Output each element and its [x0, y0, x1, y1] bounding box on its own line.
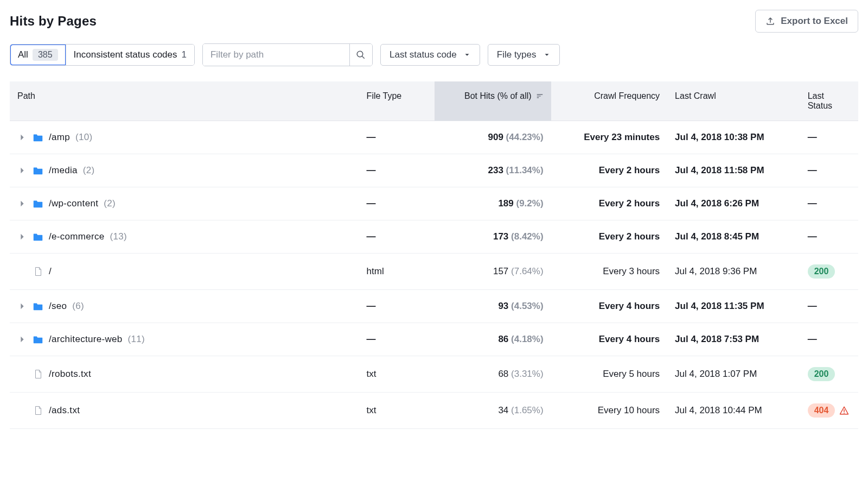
row-frequency: Every 10 hours [598, 405, 660, 415]
row-hits-pct: (4.18%) [511, 334, 544, 344]
row-filetype: — [367, 132, 376, 142]
row-hits-pct: (11.34%) [506, 165, 544, 175]
row-last-crawl: Jul 4, 2018 1:07 PM [675, 369, 757, 379]
row-frequency: Every 3 hours [603, 266, 660, 276]
row-path: /architecture-web [49, 334, 123, 345]
expand-toggle[interactable] [17, 336, 27, 343]
row-filetype: — [367, 301, 376, 311]
tab-inconsistent-label: Inconsistent status codes [74, 49, 177, 60]
row-hits: 909 [488, 132, 503, 142]
status-badge: 200 [808, 367, 835, 381]
row-last-crawl: Jul 4, 2018 11:58 PM [675, 165, 764, 175]
row-icon [33, 200, 43, 208]
tab-all-label: All [18, 49, 28, 60]
row-path: /seo [49, 301, 67, 312]
row-filetype: txt [367, 405, 376, 415]
row-status: — [808, 231, 818, 242]
row-path: /amp [49, 132, 70, 143]
chevron-right-icon [20, 200, 25, 207]
table-row[interactable]: /architecture-web (11) — 86 (4.18%) Ever… [10, 323, 858, 356]
dropdown-file-types[interactable]: File types [488, 44, 560, 66]
col-bot-hits-label: Bot Hits (% of all) [464, 91, 532, 101]
folder-icon [33, 233, 43, 241]
path-filter-submit[interactable] [349, 44, 372, 66]
row-status: — [808, 165, 818, 175]
col-path[interactable]: Path [10, 81, 359, 121]
hits-table: Path File Type Bot Hits (% of all) Crawl… [10, 81, 858, 429]
row-hits: 86 [498, 334, 508, 344]
tab-all-count: 385 [33, 49, 58, 61]
row-hits: 34 [498, 405, 508, 415]
page-title: Hits by Pages [10, 14, 97, 29]
expand-toggle[interactable] [17, 167, 27, 174]
row-frequency: Every 2 hours [599, 198, 660, 209]
row-icon [33, 267, 43, 276]
row-filetype: — [367, 334, 376, 344]
expand-toggle[interactable] [17, 200, 27, 207]
dropdown-last-status[interactable]: Last status code [380, 44, 480, 66]
chevron-right-icon [20, 336, 25, 343]
export-label: Export to Excel [781, 16, 848, 27]
row-path: /ads.txt [49, 405, 80, 416]
tab-inconsistent-count: 1 [182, 49, 187, 60]
export-icon [765, 16, 775, 26]
row-icon [33, 233, 43, 241]
row-icon [33, 302, 43, 311]
warning-icon [839, 406, 849, 415]
row-icon [33, 134, 43, 142]
col-bot-hits[interactable]: Bot Hits (% of all) [435, 81, 551, 121]
row-path: /robots.txt [49, 369, 91, 380]
row-frequency: Every 4 hours [599, 334, 660, 344]
row-count: (2) [83, 165, 95, 176]
row-hits-pct: (1.65%) [511, 405, 544, 415]
table-row[interactable]: /robots.txt txt 68 (3.31%) Every 5 hours… [10, 356, 858, 393]
status-tabs: All 385 Inconsistent status codes 1 [10, 44, 195, 66]
expand-toggle[interactable] [17, 302, 27, 310]
row-status: — [808, 132, 818, 142]
tab-inconsistent[interactable]: Inconsistent status codes 1 [66, 45, 194, 65]
col-file-type[interactable]: File Type [359, 81, 435, 121]
row-hits: 68 [498, 369, 508, 379]
col-last-status[interactable]: Last Status [800, 81, 858, 121]
row-status: — [808, 334, 818, 344]
table-row[interactable]: /ads.txt txt 34 (1.65%) Every 10 hoursJu… [10, 393, 858, 429]
tab-all[interactable]: All 385 [10, 45, 66, 65]
table-row[interactable]: /seo (6) — 93 (4.53%) Every 4 hoursJul 4… [10, 290, 858, 323]
col-crawl-freq[interactable]: Crawl Frequency [551, 81, 668, 121]
chevron-right-icon [20, 167, 25, 174]
file-icon [34, 369, 42, 379]
folder-icon [33, 200, 43, 208]
row-path: /wp-content [49, 198, 98, 209]
table-row[interactable]: /media (2) — 233 (11.34%) Every 2 hoursJ… [10, 154, 858, 187]
row-count: (6) [72, 301, 84, 312]
expand-toggle[interactable] [17, 134, 27, 141]
row-frequency: Every 2 hours [599, 165, 660, 175]
row-last-crawl: Jul 4, 2018 8:45 PM [675, 231, 759, 242]
path-filter-input[interactable] [203, 44, 349, 66]
file-icon [34, 267, 42, 276]
row-hits: 233 [488, 165, 503, 175]
path-filter-group [202, 43, 373, 66]
row-last-crawl: Jul 4, 2018 10:38 PM [675, 132, 764, 142]
row-hits-pct: (8.42%) [511, 231, 544, 242]
table-row[interactable]: /e-commerce (13) — 173 (8.42%) Every 2 h… [10, 220, 858, 254]
table-row[interactable]: / html 157 (7.64%) Every 3 hoursJul 4, 2… [10, 254, 858, 290]
table-row[interactable]: /amp (10) — 909 (44.23%) Every 23 minute… [10, 121, 858, 154]
col-last-crawl[interactable]: Last Crawl [667, 81, 800, 121]
row-count: (13) [110, 231, 127, 242]
row-frequency: Every 2 hours [599, 231, 660, 242]
row-last-crawl: Jul 4, 2018 11:35 PM [675, 301, 764, 311]
sort-descending-icon [536, 92, 544, 100]
export-button[interactable]: Export to Excel [755, 10, 858, 33]
folder-icon [33, 167, 43, 175]
folder-icon [33, 134, 43, 142]
row-last-crawl: Jul 4, 2018 9:36 PM [675, 266, 757, 276]
expand-toggle[interactable] [17, 233, 27, 241]
row-last-crawl: Jul 4, 2018 7:53 PM [675, 334, 759, 344]
chevron-right-icon [20, 302, 25, 310]
row-filetype: — [367, 198, 376, 209]
row-filetype: — [367, 231, 376, 242]
file-icon [34, 406, 42, 415]
row-icon [33, 336, 43, 344]
table-row[interactable]: /wp-content (2) — 189 (9.2%) Every 2 hou… [10, 187, 858, 220]
